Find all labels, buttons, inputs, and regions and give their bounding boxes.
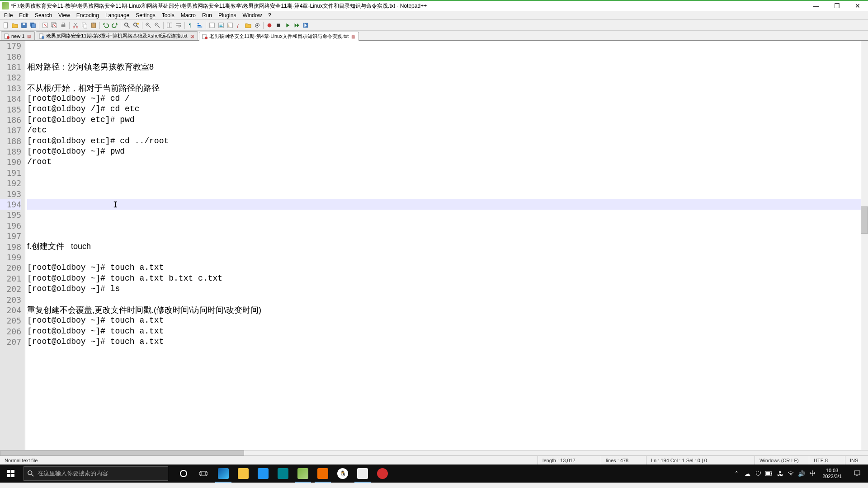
status-eol: Windows (CR LF) bbox=[755, 456, 809, 465]
taskbar-app-edge[interactable] bbox=[213, 465, 233, 483]
tab-close-icon[interactable]: ⊠ bbox=[190, 34, 195, 38]
tab-close-icon[interactable]: ⊠ bbox=[351, 34, 356, 39]
menu-settings[interactable]: Settings bbox=[132, 11, 158, 19]
tab-close-icon[interactable]: ⊠ bbox=[27, 34, 32, 38]
paste-button[interactable] bbox=[90, 21, 98, 29]
menu-window[interactable]: Window bbox=[239, 11, 265, 19]
sync-scroll-button[interactable] bbox=[165, 21, 174, 29]
taskbar-app-blue[interactable] bbox=[253, 465, 273, 483]
menu-run[interactable]: Run bbox=[199, 11, 215, 19]
open-file-button[interactable] bbox=[11, 21, 19, 29]
svg-rect-27 bbox=[228, 23, 233, 28]
taskbar-app-penguin[interactable]: 🐧 bbox=[333, 465, 353, 483]
line-number-gutter: 1791801811821831841851861871881891901911… bbox=[0, 41, 25, 450]
horizontal-scrollbar[interactable] bbox=[0, 450, 868, 455]
taskbar-app-teal[interactable] bbox=[273, 465, 293, 483]
window-titlebar: *F:\老男孩教育安全11-教学\老男孩网络安全11期-Linux和网络基础部分… bbox=[0, 0, 868, 11]
save-macro-button[interactable] bbox=[302, 21, 310, 29]
show-all-chars-button[interactable]: ¶ bbox=[187, 21, 195, 29]
tray-onedrive-icon[interactable]: ☁ bbox=[742, 465, 753, 483]
tray-battery-icon[interactable] bbox=[764, 465, 774, 483]
taskbar-app-red[interactable] bbox=[373, 465, 392, 483]
status-length: length : 13,017 bbox=[538, 456, 601, 465]
tray-ime-indicator[interactable]: 中 bbox=[807, 465, 818, 483]
tab-chapter3[interactable]: 老男孩网络安全11期-第3章-计算机网络基础及Xshell远程连接.txt ⊠ bbox=[36, 31, 198, 40]
status-lines: lines : 478 bbox=[601, 456, 646, 465]
menu-help[interactable]: ? bbox=[265, 11, 274, 19]
play-macro-button[interactable] bbox=[283, 21, 292, 29]
svg-point-48 bbox=[180, 470, 187, 477]
save-button[interactable] bbox=[20, 21, 28, 29]
close-all-button[interactable] bbox=[50, 21, 58, 29]
statusbar: Normal text file length : 13,017 lines :… bbox=[0, 455, 868, 465]
tray-volume-icon[interactable]: 🔊 bbox=[796, 465, 807, 483]
zoom-in-button[interactable] bbox=[144, 21, 152, 29]
svg-text:¶: ¶ bbox=[189, 22, 192, 28]
menu-tools[interactable]: Tools bbox=[159, 11, 178, 19]
vertical-scrollbar[interactable] bbox=[861, 41, 868, 450]
vertical-scroll-thumb[interactable] bbox=[861, 206, 868, 234]
tab-new1[interactable]: new 1 ⊠ bbox=[1, 31, 35, 40]
menu-macro[interactable]: Macro bbox=[178, 11, 199, 19]
indent-guide-button[interactable] bbox=[196, 21, 204, 29]
folder-workspace-button[interactable] bbox=[244, 21, 252, 29]
file-modified-icon bbox=[4, 33, 9, 39]
find-button[interactable] bbox=[123, 21, 131, 29]
stop-macro-button[interactable] bbox=[274, 21, 283, 29]
svg-rect-18 bbox=[137, 23, 139, 24]
menu-plugins[interactable]: Plugins bbox=[215, 11, 239, 19]
record-macro-button[interactable] bbox=[265, 21, 274, 29]
svg-point-42 bbox=[205, 37, 208, 39]
print-button[interactable] bbox=[59, 21, 67, 29]
user-lang-button[interactable]: L bbox=[208, 21, 216, 29]
monitor-button[interactable] bbox=[253, 21, 261, 29]
wrap-button[interactable] bbox=[175, 21, 183, 29]
close-button[interactable]: ✕ bbox=[847, 0, 868, 11]
tray-wifi-icon[interactable] bbox=[785, 465, 796, 483]
taskbar-app-notepadpp[interactable] bbox=[293, 465, 313, 483]
windows-logo-icon bbox=[7, 470, 14, 477]
taskbar-clock[interactable]: 10:03 2022/3/1 bbox=[818, 468, 846, 479]
svg-point-40 bbox=[42, 36, 44, 39]
code-content[interactable]: 相对路径：沙河镇老男孩教育教室8不从根/开始，相对于当前路径的路径[root@o… bbox=[25, 41, 868, 450]
taskbar-app-notes[interactable] bbox=[353, 465, 373, 483]
function-list-button[interactable]: ƒ bbox=[235, 21, 243, 29]
menu-language[interactable]: Language bbox=[102, 11, 132, 19]
tray-security-icon[interactable]: 🛡 bbox=[753, 465, 764, 483]
task-view-button[interactable] bbox=[193, 465, 213, 483]
menu-search[interactable]: Search bbox=[32, 11, 55, 19]
doc-list-button[interactable] bbox=[226, 21, 234, 29]
menu-file[interactable]: File bbox=[1, 11, 16, 19]
taskbar-search[interactable]: 在这里输入你要搜索的内容 bbox=[24, 466, 168, 481]
tray-chevron-up-icon[interactable]: ˄ bbox=[731, 465, 742, 483]
action-center-button[interactable] bbox=[846, 465, 868, 483]
new-file-button[interactable] bbox=[2, 21, 10, 29]
menu-edit[interactable]: Edit bbox=[16, 11, 32, 19]
taskbar-app-explorer[interactable] bbox=[233, 465, 253, 483]
tab-chapter4[interactable]: 老男孩网络安全11期-第4章-Linux文件和目录知识与命令实践.txt ⊠ bbox=[199, 32, 359, 41]
undo-button[interactable] bbox=[102, 21, 110, 29]
tray-network-icon[interactable]: 🖧 bbox=[774, 465, 785, 483]
redo-button[interactable] bbox=[111, 21, 119, 29]
save-all-button[interactable] bbox=[29, 21, 37, 29]
svg-point-30 bbox=[229, 26, 230, 27]
zoom-out-button[interactable] bbox=[153, 21, 161, 29]
menu-view[interactable]: View bbox=[55, 11, 73, 19]
close-file-button[interactable] bbox=[41, 21, 49, 29]
cut-button[interactable] bbox=[71, 21, 80, 29]
horizontal-scroll-thumb[interactable] bbox=[0, 450, 244, 456]
start-button[interactable] bbox=[0, 465, 22, 483]
play-multi-button[interactable] bbox=[292, 21, 301, 29]
minimize-button[interactable]: — bbox=[806, 0, 826, 11]
doc-map-button[interactable] bbox=[217, 21, 225, 29]
copy-button[interactable] bbox=[80, 21, 89, 29]
taskbar-app-vm[interactable] bbox=[313, 465, 333, 483]
cortana-button[interactable] bbox=[174, 465, 193, 483]
svg-rect-9 bbox=[62, 23, 64, 24]
window-title: *F:\老男孩教育安全11-教学\老男孩网络安全11期-Linux和网络基础部分… bbox=[11, 2, 806, 10]
replace-button[interactable] bbox=[132, 21, 140, 29]
maximize-button[interactable]: ❐ bbox=[826, 0, 847, 11]
svg-point-17 bbox=[134, 23, 137, 26]
status-encoding: UTF-8 bbox=[809, 456, 845, 465]
menu-encoding[interactable]: Encoding bbox=[73, 11, 102, 19]
